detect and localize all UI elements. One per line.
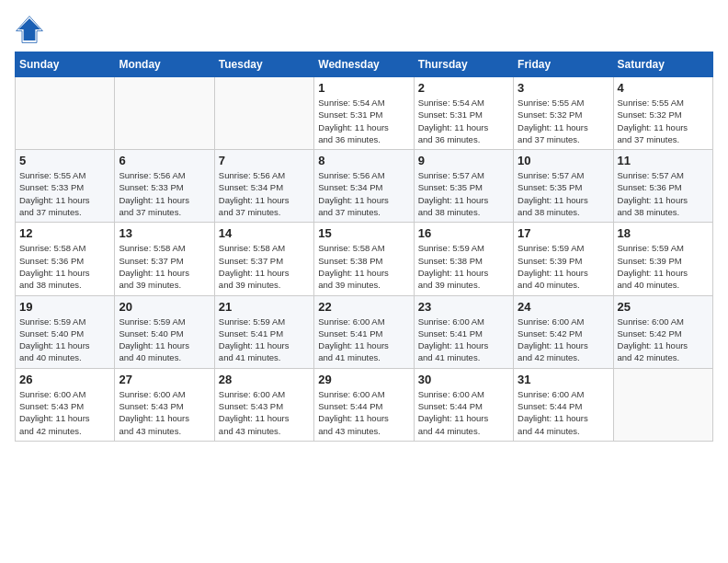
calendar-header-row: SundayMondayTuesdayWednesdayThursdayFrid…: [16, 52, 713, 77]
day-info: Sunrise: 5:59 AMSunset: 5:38 PMDaylight:…: [418, 242, 509, 291]
day-info: Sunrise: 5:57 AMSunset: 5:36 PMDaylight:…: [618, 169, 709, 218]
calendar-cell: 8Sunrise: 5:56 AMSunset: 5:34 PMDaylight…: [314, 150, 414, 223]
day-number: 17: [518, 226, 609, 240]
weekday-header-friday: Friday: [514, 52, 613, 77]
calendar-week-row: 5Sunrise: 5:55 AMSunset: 5:33 PMDaylight…: [16, 150, 713, 223]
day-number: 14: [219, 226, 310, 240]
day-number: 26: [19, 373, 110, 386]
day-info: Sunrise: 6:00 AMSunset: 5:44 PMDaylight:…: [518, 388, 609, 437]
logo-icon: [15, 15, 44, 44]
day-info: Sunrise: 6:00 AMSunset: 5:41 PMDaylight:…: [318, 316, 409, 364]
day-number: 27: [119, 373, 210, 386]
day-info: Sunrise: 5:55 AMSunset: 5:32 PMDaylight:…: [518, 97, 609, 145]
day-info: Sunrise: 6:00 AMSunset: 5:43 PMDaylight:…: [219, 388, 310, 437]
day-number: 8: [318, 154, 409, 167]
calendar-cell: 9Sunrise: 5:57 AMSunset: 5:35 PMDaylight…: [414, 150, 513, 223]
day-info: Sunrise: 5:59 AMSunset: 5:41 PMDaylight:…: [219, 316, 310, 364]
day-number: 13: [119, 226, 210, 240]
calendar-cell: 24Sunrise: 6:00 AMSunset: 5:42 PMDayligh…: [514, 295, 613, 368]
day-info: Sunrise: 5:57 AMSunset: 5:35 PMDaylight:…: [518, 169, 609, 218]
calendar-cell: 19Sunrise: 5:59 AMSunset: 5:40 PMDayligh…: [16, 295, 115, 368]
day-info: Sunrise: 6:00 AMSunset: 5:44 PMDaylight:…: [418, 388, 509, 437]
calendar-cell: 31Sunrise: 6:00 AMSunset: 5:44 PMDayligh…: [514, 368, 613, 441]
day-number: 11: [618, 154, 709, 167]
day-number: 23: [418, 300, 509, 314]
weekday-header-tuesday: Tuesday: [214, 52, 313, 77]
calendar-cell: 10Sunrise: 5:57 AMSunset: 5:35 PMDayligh…: [514, 150, 613, 223]
calendar-week-row: 1Sunrise: 5:54 AMSunset: 5:31 PMDaylight…: [16, 77, 713, 150]
weekday-header-thursday: Thursday: [414, 52, 513, 77]
calendar-cell: 26Sunrise: 6:00 AMSunset: 5:43 PMDayligh…: [16, 368, 115, 441]
day-info: Sunrise: 5:54 AMSunset: 5:31 PMDaylight:…: [318, 97, 409, 145]
calendar-cell: 17Sunrise: 5:59 AMSunset: 5:39 PMDayligh…: [514, 223, 613, 295]
day-info: Sunrise: 6:00 AMSunset: 5:44 PMDaylight:…: [318, 388, 409, 437]
day-number: 21: [219, 300, 310, 314]
calendar-cell: 2Sunrise: 5:54 AMSunset: 5:31 PMDaylight…: [414, 77, 513, 150]
day-number: 16: [418, 226, 509, 240]
weekday-header-monday: Monday: [115, 52, 214, 77]
day-info: Sunrise: 5:58 AMSunset: 5:37 PMDaylight:…: [219, 242, 310, 291]
logo: [15, 15, 48, 44]
calendar-week-row: 26Sunrise: 6:00 AMSunset: 5:43 PMDayligh…: [16, 368, 713, 441]
day-number: 2: [418, 81, 509, 95]
day-number: 12: [19, 226, 110, 240]
calendar-cell: [214, 77, 313, 150]
day-info: Sunrise: 5:59 AMSunset: 5:40 PMDaylight:…: [119, 316, 210, 364]
day-info: Sunrise: 5:58 AMSunset: 5:38 PMDaylight:…: [318, 242, 409, 291]
day-number: 29: [318, 373, 409, 386]
calendar-cell: 23Sunrise: 6:00 AMSunset: 5:41 PMDayligh…: [414, 295, 513, 368]
day-number: 4: [618, 81, 709, 95]
calendar-cell: 27Sunrise: 6:00 AMSunset: 5:43 PMDayligh…: [115, 368, 214, 441]
calendar-cell: 5Sunrise: 5:55 AMSunset: 5:33 PMDaylight…: [16, 150, 115, 223]
weekday-header-saturday: Saturday: [613, 52, 712, 77]
calendar-cell: 16Sunrise: 5:59 AMSunset: 5:38 PMDayligh…: [414, 223, 513, 295]
day-info: Sunrise: 6:00 AMSunset: 5:42 PMDaylight:…: [518, 316, 609, 364]
day-info: Sunrise: 5:59 AMSunset: 5:40 PMDaylight:…: [19, 316, 110, 364]
day-number: 20: [119, 300, 210, 314]
calendar-cell: 25Sunrise: 6:00 AMSunset: 5:42 PMDayligh…: [613, 295, 712, 368]
day-number: 30: [418, 373, 509, 386]
day-info: Sunrise: 6:00 AMSunset: 5:41 PMDaylight:…: [418, 316, 509, 364]
day-number: 28: [219, 373, 310, 386]
calendar-cell: 12Sunrise: 5:58 AMSunset: 5:36 PMDayligh…: [16, 223, 115, 295]
day-number: 19: [19, 300, 110, 314]
calendar-cell: 4Sunrise: 5:55 AMSunset: 5:32 PMDaylight…: [613, 77, 712, 150]
day-number: 22: [318, 300, 409, 314]
calendar-cell: 21Sunrise: 5:59 AMSunset: 5:41 PMDayligh…: [214, 295, 313, 368]
calendar-cell: 13Sunrise: 5:58 AMSunset: 5:37 PMDayligh…: [115, 223, 214, 295]
day-number: 6: [119, 154, 210, 167]
calendar-cell: 11Sunrise: 5:57 AMSunset: 5:36 PMDayligh…: [613, 150, 712, 223]
calendar-cell: [613, 368, 712, 441]
day-number: 1: [318, 81, 409, 95]
day-number: 15: [318, 226, 409, 240]
day-info: Sunrise: 5:56 AMSunset: 5:34 PMDaylight:…: [219, 169, 310, 218]
day-info: Sunrise: 5:54 AMSunset: 5:31 PMDaylight:…: [418, 97, 509, 145]
day-number: 31: [518, 373, 609, 386]
day-number: 5: [19, 154, 110, 167]
day-info: Sunrise: 6:00 AMSunset: 5:43 PMDaylight:…: [119, 388, 210, 437]
calendar-cell: 20Sunrise: 5:59 AMSunset: 5:40 PMDayligh…: [115, 295, 214, 368]
day-info: Sunrise: 5:59 AMSunset: 5:39 PMDaylight:…: [618, 242, 709, 291]
day-info: Sunrise: 5:56 AMSunset: 5:34 PMDaylight:…: [318, 169, 409, 218]
day-info: Sunrise: 5:57 AMSunset: 5:35 PMDaylight:…: [418, 169, 509, 218]
calendar-week-row: 19Sunrise: 5:59 AMSunset: 5:40 PMDayligh…: [16, 295, 713, 368]
calendar-week-row: 12Sunrise: 5:58 AMSunset: 5:36 PMDayligh…: [16, 223, 713, 295]
calendar-cell: 18Sunrise: 5:59 AMSunset: 5:39 PMDayligh…: [613, 223, 712, 295]
calendar-cell: [115, 77, 214, 150]
day-number: 9: [418, 154, 509, 167]
header: [15, 15, 713, 44]
day-number: 7: [219, 154, 310, 167]
calendar-cell: 7Sunrise: 5:56 AMSunset: 5:34 PMDaylight…: [214, 150, 313, 223]
day-info: Sunrise: 6:00 AMSunset: 5:43 PMDaylight:…: [19, 388, 110, 437]
calendar-cell: 22Sunrise: 6:00 AMSunset: 5:41 PMDayligh…: [314, 295, 414, 368]
day-info: Sunrise: 5:59 AMSunset: 5:39 PMDaylight:…: [518, 242, 609, 291]
day-info: Sunrise: 5:56 AMSunset: 5:33 PMDaylight:…: [119, 169, 210, 218]
day-info: Sunrise: 5:58 AMSunset: 5:37 PMDaylight:…: [119, 242, 210, 291]
day-number: 3: [518, 81, 609, 95]
calendar-cell: 3Sunrise: 5:55 AMSunset: 5:32 PMDaylight…: [514, 77, 613, 150]
weekday-header-sunday: Sunday: [16, 52, 115, 77]
day-info: Sunrise: 5:58 AMSunset: 5:36 PMDaylight:…: [19, 242, 110, 291]
day-number: 18: [618, 226, 709, 240]
calendar-cell: 1Sunrise: 5:54 AMSunset: 5:31 PMDaylight…: [314, 77, 414, 150]
calendar-cell: 29Sunrise: 6:00 AMSunset: 5:44 PMDayligh…: [314, 368, 414, 441]
